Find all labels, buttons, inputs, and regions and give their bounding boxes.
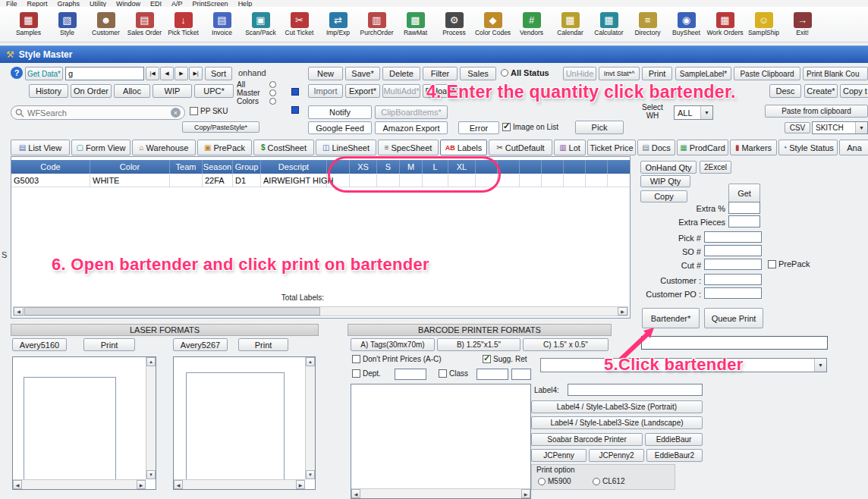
header-cell-l[interactable]: L	[423, 160, 448, 174]
on-order-button[interactable]: On Order	[71, 84, 112, 98]
desc-button[interactable]: Desc	[769, 84, 801, 98]
toolbar-item-samplship[interactable]: ☺SamplShip	[744, 12, 783, 36]
avery5160-button[interactable]: Avery5160	[12, 338, 67, 351]
jcpenny2-button[interactable]: JCPenny2	[589, 449, 644, 462]
extra-pct-input[interactable]	[728, 202, 760, 214]
tab-ticket-price[interactable]: Ticket Price	[587, 140, 636, 155]
scroll-up-icon[interactable]	[146, 357, 156, 366]
class-checkbox[interactable]	[439, 369, 447, 378]
export-button[interactable]: Export*	[345, 84, 380, 98]
label4-portrait-button[interactable]: Label4 / Style-Label3-Size (Portrait)	[531, 400, 703, 413]
header-cell-code[interactable]: Code	[11, 160, 90, 174]
radio-colors[interactable]	[269, 98, 276, 105]
tab-specsheet[interactable]: ≡SpecSheet	[378, 140, 439, 155]
prepack-checkbox[interactable]	[768, 260, 776, 268]
save-button[interactable]: Save*	[345, 67, 380, 80]
notify-button[interactable]: Notify	[308, 105, 372, 119]
scroll-right-icon[interactable]	[137, 480, 146, 489]
pp-sku-checkbox[interactable]	[190, 107, 198, 115]
menu-item-file[interactable]: File	[6, 0, 17, 7]
header-cell-color[interactable]: Color	[90, 160, 170, 174]
horizontal-scrollbar[interactable]	[13, 479, 146, 489]
copy-paste-style-button[interactable]: Copy/PasteStyle*	[182, 121, 259, 133]
history-button[interactable]: History	[29, 84, 68, 98]
tags-b-button[interactable]: B) 1.25"x1.5"	[437, 338, 520, 351]
vertical-scrollbar[interactable]	[146, 357, 156, 479]
nav-next-button[interactable]: ▶	[175, 67, 188, 80]
indicator-square[interactable]	[291, 88, 299, 96]
toolbar-item-directory[interactable]: ≡Directory	[628, 12, 667, 36]
scroll-right-icon[interactable]	[618, 307, 627, 315]
scroll-left-icon[interactable]	[174, 480, 183, 489]
tab-markers[interactable]: ▮Markers	[730, 140, 777, 155]
print-button[interactable]: Print	[642, 67, 672, 80]
cl612-radio-group[interactable]: CL612	[593, 477, 624, 485]
m5900-radio-group[interactable]: M5900	[538, 477, 571, 485]
scroll-right-icon[interactable]	[521, 489, 530, 498]
queue-print-button[interactable]: Queue Print	[704, 308, 763, 328]
sales-button[interactable]: Sales	[460, 67, 496, 80]
horizontal-scrollbar[interactable]	[13, 306, 628, 316]
to-excel-button[interactable]: 2Excel	[700, 161, 731, 174]
sugg-ret-group[interactable]: Sugg. Ret	[483, 355, 527, 363]
tab-list-view[interactable]: ▤List View	[11, 140, 70, 155]
print-blank-button[interactable]: Print Blank Cou	[803, 67, 868, 80]
all-status-radio[interactable]	[501, 69, 508, 77]
nav-first-button[interactable]: |◀	[146, 67, 159, 80]
header-cell-group[interactable]: Group	[233, 160, 261, 174]
filter-button[interactable]: Filter	[423, 67, 458, 80]
all-status-radio-group[interactable]: All Status	[501, 68, 549, 77]
clipboard-items-button[interactable]: ClipBoardItems*	[375, 105, 448, 119]
sugg-ret-checkbox[interactable]	[483, 355, 491, 363]
menu-item-window[interactable]: Window	[116, 0, 140, 7]
scroll-down-icon[interactable]	[306, 470, 315, 479]
bartender-button[interactable]: Bartender*	[642, 308, 700, 328]
clear-search-icon[interactable]	[171, 108, 181, 118]
toolbar-item-customer[interactable]: ☻Customer	[86, 12, 125, 36]
upc-button[interactable]: UPC*	[194, 84, 234, 98]
header-cell-season[interactable]: Season	[203, 160, 233, 174]
indicator-square[interactable]	[291, 106, 299, 114]
toolbar-item-style[interactable]: ▧Style	[48, 12, 86, 36]
prepack-group[interactable]: PrePack	[768, 259, 810, 268]
warehouse-dropdown[interactable]: ALL	[674, 105, 713, 120]
sort-button[interactable]: Sort	[205, 67, 232, 80]
invt-stat-button[interactable]: Invt Stat*^	[599, 67, 640, 80]
tab-prepack[interactable]: ▣PrePack	[197, 140, 252, 155]
multiadd-button[interactable]: MultiAdd*	[382, 84, 420, 98]
sample-label-button[interactable]: SampleLabel*	[675, 67, 731, 80]
menu-item-utility[interactable]: Utility	[90, 0, 106, 7]
tab-cutdefault[interactable]: ✂CutDefault	[489, 140, 552, 155]
toolbar-item-cut-ticket[interactable]: ✂Cut Ticket	[280, 12, 319, 36]
tab-docs[interactable]: ▤Docs	[637, 140, 675, 155]
style-code-input[interactable]	[65, 67, 144, 80]
label4-landscape-button[interactable]: Label4 / Style-Label3-Size (Landscape)	[531, 416, 703, 429]
menu-item-printscreen[interactable]: PrintScreen	[193, 0, 228, 7]
search-input[interactable]	[27, 108, 168, 118]
vertical-scrollbar[interactable]	[305, 357, 315, 479]
tab-costsheet[interactable]: $CostSheet	[253, 140, 314, 155]
tags-a-button[interactable]: A) Tags(30mx70m)	[351, 338, 435, 351]
paste-clipboard-button[interactable]: Paste Clipboard	[734, 67, 800, 80]
scroll-left-icon[interactable]	[14, 307, 24, 315]
toolbar-item-exit[interactable]: →Exit!	[783, 12, 822, 36]
google-feed-button[interactable]: Google Feed	[308, 121, 372, 134]
soabar-printer-button[interactable]: Soabar Barcode Printer	[531, 433, 643, 446]
new-button[interactable]: New	[308, 67, 343, 80]
menu-item-graphs[interactable]: Graphs	[58, 0, 80, 7]
toolbar-item-calendar[interactable]: ▦Calendar	[551, 12, 590, 36]
cl612-radio[interactable]	[593, 478, 600, 485]
amazon-export-button[interactable]: Amazon Export	[375, 121, 448, 134]
eddiebaur-button[interactable]: EddieBaur	[645, 433, 703, 446]
so-no-input[interactable]	[704, 245, 762, 256]
toolbar-item-rawmat[interactable]: ▩RawMat	[396, 12, 435, 36]
header-cell-descript[interactable]: Descript	[261, 160, 327, 174]
tab-lot[interactable]: ▥Lot	[554, 140, 586, 155]
avery5267-button[interactable]: Avery5267	[173, 338, 228, 351]
paste-from-clipboard-button[interactable]: Paste from clipboard	[765, 105, 868, 118]
dept-group[interactable]: Dept.	[352, 369, 381, 378]
horizontal-scrollbar[interactable]	[351, 488, 530, 498]
tab-style-status[interactable]: ◔Style Status	[778, 140, 838, 155]
dont-print-prices-checkbox[interactable]	[352, 355, 360, 363]
class-group[interactable]: Class	[439, 369, 468, 378]
